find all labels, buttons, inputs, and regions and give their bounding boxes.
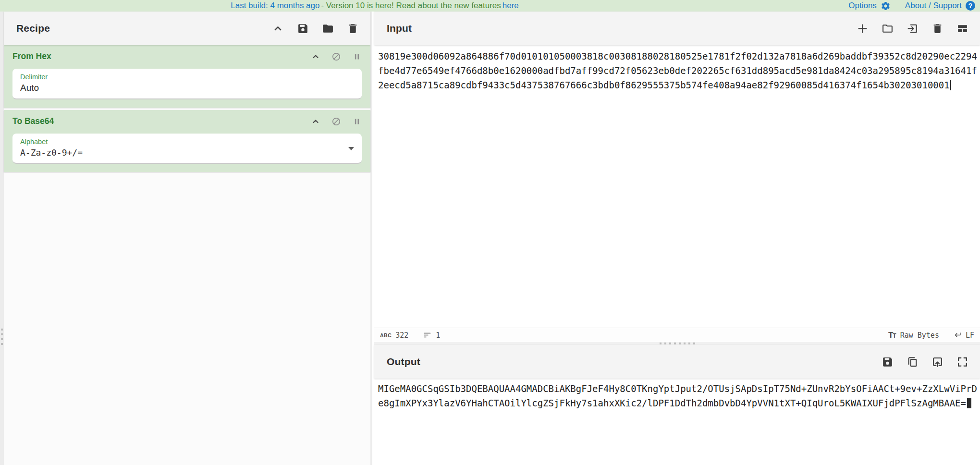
recipe-panel: Recipe From Hex	[4, 12, 372, 465]
disable-operation-button[interactable]	[331, 52, 341, 61]
recipe-header: Recipe	[4, 12, 370, 45]
ingredient-label: Delimiter	[20, 73, 354, 81]
clear-recipe-button[interactable]	[347, 23, 359, 35]
input-caret	[950, 80, 951, 90]
plus-icon	[857, 23, 869, 35]
collapse-operation-button[interactable]	[311, 117, 320, 126]
input-text-value: 30819e300d06092a864886f70d01010105000381…	[378, 51, 977, 90]
breakpoint-operation-button[interactable]	[352, 52, 362, 61]
trash-icon	[347, 23, 359, 35]
output-text: MIGeMA0GCSqGSIb3DQEBAQUAA4GMADCBiAKBgFJe…	[378, 381, 977, 410]
here-link[interactable]: here	[502, 1, 519, 10]
alphabet-select[interactable]: Alphabet A-Za-z0-9+/=	[12, 134, 362, 164]
lines-icon	[423, 330, 432, 340]
chevron-down-icon[interactable]	[348, 147, 354, 150]
input-header: Input	[374, 12, 980, 45]
text-format-icon: TT	[888, 330, 896, 340]
recipe-title: Recipe	[16, 23, 50, 34]
input-status-bar: ABC 322 1 TT Raw Bytes LF	[374, 328, 980, 342]
maximize-output-button[interactable]	[956, 356, 968, 368]
operation-to-base64[interactable]: To Base64 Alphabet A-Za-z0-9+/=	[4, 110, 370, 172]
add-input-tab-button[interactable]	[857, 23, 869, 35]
ban-icon	[331, 117, 341, 126]
last-build-link[interactable]: Last build: 4 months ago	[231, 1, 319, 10]
open-folder-button[interactable]	[882, 23, 894, 35]
input-panel: Input	[374, 12, 980, 342]
collapse-recipe-button[interactable]	[272, 23, 284, 35]
input-editor[interactable]: 30819e300d06092a864886f70d01010105000381…	[374, 45, 980, 328]
cyberchef-app: Last build: 4 months ago- Version 10 is …	[0, 0, 980, 465]
collapse-operation-button[interactable]	[311, 52, 320, 61]
output-text-value: MIGeMA0GCSqGSIb3DQEBAQUAA4GMADCBiAKBgFJe…	[378, 383, 977, 408]
abc-icon: ABC	[380, 332, 392, 338]
line-count: 1	[423, 330, 440, 340]
pause-icon	[352, 117, 362, 126]
load-recipe-button[interactable]	[322, 23, 334, 35]
save-output-button[interactable]	[882, 356, 894, 368]
ingredient-value: A-Za-z0-9+/=	[20, 147, 354, 158]
copy-output-button[interactable]	[906, 356, 919, 368]
splitter-grip-icon	[1, 329, 3, 345]
about-label: About / Support	[905, 0, 962, 12]
trash-icon	[931, 23, 943, 35]
io-column: Input	[374, 12, 980, 465]
gear-icon	[881, 1, 891, 11]
output-cursor	[967, 398, 971, 408]
breakpoint-operation-button[interactable]	[352, 117, 362, 126]
char-count: ABC 322	[380, 331, 408, 340]
clear-input-button[interactable]	[931, 23, 943, 35]
chevron-up-icon	[311, 117, 320, 126]
save-recipe-button[interactable]	[297, 23, 309, 35]
ban-icon	[331, 52, 341, 61]
ingredient-label: Alphabet	[20, 138, 354, 146]
output-editor[interactable]: MIGeMA0GCSqGSIb3DQEBAQUAA4GMADCBiAKBgFJe…	[374, 379, 980, 465]
reset-layout-button[interactable]	[956, 23, 968, 35]
folder-icon	[322, 23, 334, 35]
banner: Last build: 4 months ago- Version 10 is …	[0, 0, 980, 12]
line-ending-value: LF	[966, 331, 974, 340]
help-icon: ?	[966, 1, 975, 11]
operations-panel-splitter[interactable]	[0, 12, 4, 465]
pause-icon	[352, 52, 362, 61]
banner-links: Options About / Support ?	[848, 0, 975, 12]
char-count-value: 322	[395, 331, 408, 340]
output-panel: Output MIGeMA0GCSqGS	[374, 345, 980, 465]
chevron-up-icon	[311, 52, 320, 61]
input-text: 30819e300d06092a864886f70d01010105000381…	[378, 49, 977, 92]
open-in-icon	[931, 356, 943, 368]
operation-title: From Hex	[12, 51, 51, 61]
operation-header: From Hex	[12, 51, 362, 61]
operation-controls	[311, 117, 362, 126]
splitter-grip-icon	[660, 343, 695, 344]
save-icon	[297, 23, 309, 35]
grid-icon	[956, 23, 968, 35]
operation-title: To Base64	[12, 116, 54, 126]
delimiter-select[interactable]: Delimiter Auto	[12, 69, 362, 99]
return-arrow-icon	[953, 330, 962, 340]
open-file-button[interactable]	[906, 23, 919, 35]
copy-icon	[906, 356, 919, 368]
file-input-icon	[906, 23, 919, 35]
output-header: Output	[374, 345, 980, 379]
input-controls	[857, 23, 968, 35]
line-count-value: 1	[436, 331, 440, 340]
folder-open-icon	[882, 23, 894, 35]
output-title: Output	[387, 356, 420, 367]
chevron-up-icon	[272, 23, 284, 35]
operation-from-hex[interactable]: From Hex Delimiter Auto	[4, 45, 370, 108]
status-right: TT Raw Bytes LF	[888, 330, 974, 340]
input-title: Input	[387, 23, 412, 34]
recipe-controls	[272, 23, 359, 35]
encoding-selector[interactable]: TT Raw Bytes	[888, 330, 939, 340]
save-icon	[882, 356, 894, 368]
replace-input-button[interactable]	[931, 356, 943, 368]
ingredient-value: Auto	[20, 83, 354, 93]
disable-operation-button[interactable]	[331, 117, 341, 126]
options-label: Options	[848, 0, 877, 12]
line-ending-selector[interactable]: LF	[953, 330, 974, 340]
options-link[interactable]: Options	[848, 0, 891, 12]
output-controls	[882, 356, 968, 368]
encoding-value: Raw Bytes	[900, 331, 939, 340]
about-support-link[interactable]: About / Support ?	[905, 0, 975, 12]
banner-message: Last build: 4 months ago- Version 10 is …	[0, 0, 749, 12]
